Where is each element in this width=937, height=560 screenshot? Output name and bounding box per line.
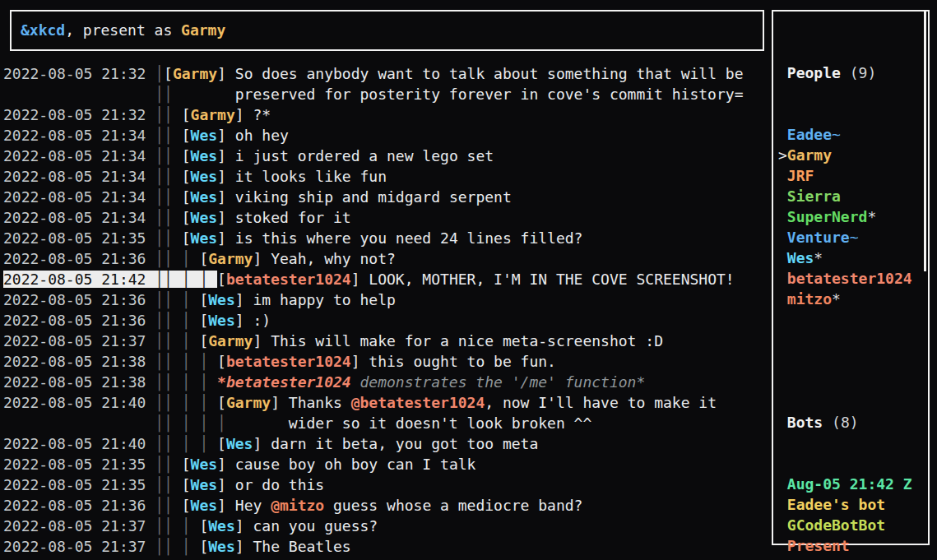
message-nick: betatester1024 (226, 271, 351, 288)
chat-message-row[interactable]: 2022-08-05 21:37 ││ │ [Garmy] This will … (3, 331, 768, 351)
message-gutter: 2022-08-05 21:37 ││ │ (3, 332, 199, 349)
bot-list-item[interactable]: Eadee's bot (773, 494, 928, 515)
timestamp: 2022-08-05 21:34 (3, 147, 146, 164)
chat-message-row[interactable]: 2022-08-05 21:36 ││ │ [Garmy] Yeah, why … (3, 248, 768, 269)
user-list-item[interactable]: >Garmy (773, 145, 928, 165)
chat-message-row-selected[interactable]: 2022-08-05 21:42 ││ │ │ [betatester1024]… (3, 269, 768, 289)
user-list-item[interactable]: Wes* (773, 248, 928, 268)
cursor-spacer (778, 229, 787, 246)
timestamp: 2022-08-05 21:36 (3, 250, 146, 267)
bot-list-item[interactable]: GCodeBotBot (773, 515, 928, 535)
message-content: [Wes] is this where you need 24 lines fi… (182, 229, 583, 247)
tree-indent-guides: ││ (146, 106, 181, 123)
message-nick: Wes (191, 229, 218, 247)
message-nick: Garmy (208, 250, 253, 267)
chat-message-row[interactable]: 2022-08-05 21:34 ││ [Wes] it looks like … (3, 166, 768, 187)
nick-mention: *betatester1024 (217, 373, 351, 391)
sidebar-scrollbar-thumb[interactable] (924, 11, 926, 271)
bot-list-item[interactable]: SearchBot (773, 556, 928, 560)
message-gutter: 2022-08-05 21:35 ││ (3, 476, 182, 493)
timestamp: 2022-08-05 21:32 (3, 65, 146, 82)
cursor-spacer (778, 496, 787, 513)
chat-message-row[interactable]: 2022-08-05 21:32 │[Garmy] So does anybod… (3, 63, 768, 84)
timestamp: 2022-08-05 21:37 (3, 538, 146, 555)
presence-suffix: * (832, 290, 841, 308)
message-content: [Garmy] Yeah, why not? (199, 250, 395, 267)
message-gutter: 2022-08-05 21:38 ││ │ │ (3, 353, 217, 370)
cursor-spacer (778, 126, 787, 143)
message-content: [Wes] it looks like fun (182, 168, 387, 185)
message-nick: Wes (191, 476, 218, 493)
chat-message-row[interactable]: 2022-08-05 21:35 ││ [Wes] is this where … (3, 228, 768, 248)
message-gutter: 2022-08-05 21:38 ││ │ │ (3, 373, 217, 391)
user-list-item[interactable]: SuperNerd* (773, 206, 928, 227)
user-list-item[interactable]: Sierra (773, 186, 928, 206)
chat-message-row[interactable]: 2022-08-05 21:36 ││ │ [Wes] :) (3, 310, 768, 331)
message-nick: Wes (208, 517, 235, 535)
message-text: Thanks (289, 394, 351, 411)
message-content: [Wes] stoked for it (182, 209, 351, 226)
chat-message-row[interactable]: 2022-08-05 21:38 ││ │ │ [betatester1024]… (3, 351, 768, 372)
user-list-item[interactable]: JRF (773, 165, 928, 186)
presence-suffix: * (814, 249, 823, 266)
chat-message-row[interactable]: 2022-08-05 21:36 ││ [Wes] Hey @mitzo gue… (3, 495, 768, 516)
chat-message-row[interactable]: 2022-08-05 21:34 ││ [Wes] stoked for it (3, 207, 768, 228)
chat-message-row[interactable]: 2022-08-05 21:34 ││ [Wes] i just ordered… (3, 146, 768, 166)
timestamp: 2022-08-05 21:35 (3, 476, 146, 493)
bot-list-item[interactable]: Aug-05 21:42 Z (773, 474, 928, 494)
chat-message-row[interactable]: 2022-08-05 21:35 ││ [Wes] or do this (3, 474, 768, 495)
chat-message-row[interactable]: 2022-08-05 21:40 ││ │ │ [Wes] darn it be… (3, 433, 768, 454)
user-name: JRF (787, 167, 814, 184)
cursor-spacer (778, 208, 787, 225)
user-list-panel: People (9) Eadee~>Garmy JRF Sierra Super… (772, 10, 930, 545)
message-text: im happy to help (253, 291, 395, 308)
user-list-item[interactable]: Eadee~ (773, 124, 928, 145)
user-list-item[interactable]: mitzo* (773, 289, 928, 309)
message-text: This will make for a nice meta-screensho… (271, 332, 663, 349)
message-tree: 2022-08-05 21:32 │[Garmy] So does anybod… (3, 63, 768, 557)
chat-message-row[interactable]: 2022-08-05 21:34 ││ [Wes] viking ship an… (3, 187, 768, 207)
chat-message-row[interactable]: 2022-08-05 21:35 ││ [Wes] cause boy oh b… (3, 454, 768, 474)
message-nick: Wes (191, 188, 218, 206)
message-nick: Wes (208, 312, 235, 329)
chat-message-row[interactable]: 2022-08-05 21:32 ││ [Garmy] ?* (3, 104, 768, 125)
message-text: i just ordered a new lego set (235, 147, 494, 164)
chat-message-row[interactable]: 2022-08-05 21:36 ││ │ [Wes] im happy to … (3, 289, 768, 310)
message-nick: Wes (191, 456, 218, 473)
timestamp: 2022-08-05 21:37 (3, 517, 146, 535)
user-name: betatester1024 (787, 270, 912, 287)
presence-suffix: * (867, 208, 876, 225)
chat-message-row[interactable]: 2022-08-05 21:34 ││ [Wes] oh hey (3, 125, 768, 146)
message-text: The Beatles (253, 538, 350, 555)
message-text: is this where you need 24 lines filled? (235, 229, 583, 247)
tree-indent-guides: ││ │ (146, 250, 199, 267)
bots-header: Bots (8) (773, 412, 928, 433)
chat-message-row[interactable]: 2022-08-05 21:37 ││ │ [Wes] The Beatles (3, 536, 768, 557)
timestamp: 2022-08-05 21:36 (3, 291, 146, 308)
cursor-spacer (778, 475, 787, 493)
message-gutter: 2022-08-05 21:36 ││ │ (3, 312, 199, 329)
tree-indent-guides: ││ (146, 86, 234, 103)
user-list-item[interactable]: betatester1024 (773, 268, 928, 289)
message-gutter: 2022-08-05 21:37 ││ │ (3, 517, 199, 535)
tree-indent-guides: ││ │ │ (146, 435, 217, 452)
room-name: &xkcd (21, 21, 65, 39)
message-gutter: 2022-08-05 21:42 ││ │ │ (3, 271, 217, 288)
chat-message-row[interactable]: 2022-08-05 21:40 ││ │ │ [Garmy] Thanks @… (3, 392, 768, 413)
message-content: [Wes] i just ordered a new lego set (182, 147, 494, 164)
bot-name: Aug-05 21:42 Z (787, 475, 912, 493)
tree-indent-guides: ││ (146, 456, 181, 473)
message-text: stoked for it (235, 209, 351, 226)
chat-message-row[interactable]: 2022-08-05 21:37 ││ │ [Wes] can you gues… (3, 516, 768, 536)
bot-list-item[interactable]: Present (773, 535, 928, 556)
chat-message-row[interactable]: 2022-08-05 21:38 ││ │ │ *betatester1024 … (3, 372, 768, 392)
user-name: Garmy (787, 146, 832, 164)
bot-name: Eadee's bot (787, 496, 885, 513)
timestamp: 2022-08-05 21:37 (3, 332, 146, 349)
message-nick: Wes (191, 209, 218, 226)
presence-suffix: ~ (832, 126, 841, 143)
message-gutter: ││ (3, 86, 235, 103)
selection-cursor: > (778, 146, 787, 164)
bots-count: (8) (832, 414, 859, 431)
user-list-item[interactable]: Venture~ (773, 227, 928, 248)
